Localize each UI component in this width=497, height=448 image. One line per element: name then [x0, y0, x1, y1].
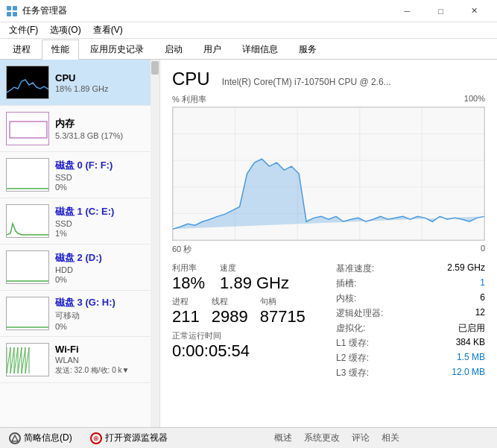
disk3-item-sub2: 0% — [55, 322, 153, 331]
disk3-item-sub1: 可移动 — [55, 310, 153, 321]
stat-virtualization-value: 已启用 — [458, 322, 485, 335]
sidebar-item-disk2[interactable]: 磁盘 2 (D:) HDD 0% — [0, 244, 159, 291]
stat-thread-label: 线程 — [212, 296, 248, 307]
stat-l2-row: L2 缓存: 1.5 MB — [336, 352, 485, 365]
stat-virtualization-row: 虚拟化: 已启用 — [336, 322, 485, 335]
chart-top-labels: % 利用率 100% — [172, 94, 485, 105]
stat-l3-row: L3 缓存: 12.0 MB — [336, 367, 485, 379]
tab-services[interactable]: 服务 — [289, 40, 326, 59]
wifi-item-sub1: WLAN — [55, 356, 153, 365]
main-content: CPU 18% 1.89 GHz 内存 5.3/31.8 GB (17%) — [0, 60, 497, 427]
tab-processes[interactable]: 进程 — [3, 40, 40, 59]
app-icon — [6, 5, 18, 17]
stat-process-value: 211 — [172, 307, 200, 326]
title-bar: 任务管理器 ─ □ ✕ — [0, 0, 497, 22]
bottom-tab-related[interactable]: 相关 — [382, 432, 399, 444]
stat-sockets-label: 插槽: — [336, 277, 356, 290]
stat-l1-label: L1 缓存: — [336, 337, 369, 350]
monitor-label: 打开资源监视器 — [105, 432, 168, 444]
wifi-item-sub2: 发送: 32.0 梅/收: 0 k▼ — [55, 365, 153, 376]
svg-rect-3 — [13, 12, 17, 16]
disk1-item-name: 磁盘 1 (C: E:) — [55, 205, 153, 218]
stat-base-speed-row: 基准速度: 2.59 GHz — [336, 262, 485, 275]
stat-speed-label: 速度 — [220, 262, 289, 274]
menu-file[interactable]: 文件(F) — [3, 22, 44, 38]
menu-view[interactable]: 查看(V) — [87, 22, 129, 38]
stat-uptime-label: 正常运行时间 — [172, 330, 324, 341]
sidebar-item-disk1[interactable]: 磁盘 1 (C: E:) SSD 1% — [0, 198, 159, 244]
sidebar-item-wifi[interactable]: Wi-Fi WLAN 发送: 32.0 梅/收: 0 k▼ — [0, 337, 159, 383]
tab-performance[interactable]: 性能 — [42, 40, 79, 60]
wifi-mini-chart — [6, 343, 49, 376]
sidebar-item-disk3[interactable]: 磁盘 3 (G: H:) 可移动 0% — [0, 291, 159, 337]
bottom-tab-overview[interactable]: 概述 — [274, 432, 292, 444]
stat-l3-label: L3 缓存: — [336, 367, 369, 379]
menu-bar: 文件(F) 选项(O) 查看(V) — [0, 22, 497, 39]
stat-cores-value: 6 — [480, 292, 485, 305]
stat-handle-label: 句柄 — [260, 296, 306, 307]
disk2-item-name: 磁盘 2 (D:) — [55, 251, 153, 265]
tab-startup[interactable]: 启动 — [155, 40, 192, 59]
sidebar-item-cpu[interactable]: CPU 18% 1.89 GHz — [0, 60, 159, 106]
disk3-mini-chart — [6, 297, 49, 330]
disk2-item-sub2: 0% — [55, 275, 153, 284]
disk1-item-sub2: 1% — [55, 229, 153, 238]
cpu-item-name: CPU — [55, 72, 153, 83]
panel-title: CPU — [172, 69, 210, 89]
stat-process: 进程 211 — [172, 296, 200, 326]
minimize-button[interactable]: ─ — [390, 0, 424, 22]
stat-cores-label: 内核: — [336, 292, 356, 305]
disk0-item-sub1: SSD — [55, 173, 153, 182]
maximize-button[interactable]: □ — [424, 0, 458, 22]
bottom-tab-review[interactable]: 评论 — [352, 432, 370, 444]
svg-marker-17 — [12, 435, 18, 441]
disk1-item-info: 磁盘 1 (C: E:) SSD 1% — [55, 205, 153, 238]
chart-time-left: 60 秒 — [172, 244, 191, 255]
disk3-item-name: 磁盘 3 (G: H:) — [55, 296, 153, 309]
close-button[interactable]: ✕ — [458, 0, 491, 22]
stat-handle: 句柄 87715 — [260, 296, 306, 326]
tab-app-history[interactable]: 应用历史记录 — [80, 40, 153, 59]
cpu-chart — [172, 107, 485, 241]
disk0-item-sub2: 0% — [55, 183, 153, 192]
cpu-item-info: CPU 18% 1.89 GHz — [55, 72, 153, 93]
stat-thread: 线程 2989 — [212, 296, 248, 326]
stat-uptime: 正常运行时间 0:00:05:54 — [172, 330, 324, 361]
disk2-item-info: 磁盘 2 (D:) HDD 0% — [55, 251, 153, 284]
wifi-item-name: Wi-Fi — [55, 344, 153, 355]
memory-item-name: 内存 — [55, 117, 153, 130]
tab-users[interactable]: 用户 — [194, 40, 231, 59]
panel-header: CPU Intel(R) Core(TM) i7-10750H CPU @ 2.… — [172, 69, 485, 89]
chart-label-left: % 利用率 — [172, 94, 206, 105]
disk1-item-sub1: SSD — [55, 219, 153, 228]
stat-l1-value: 384 KB — [456, 337, 485, 350]
disk1-mini-chart — [6, 204, 49, 238]
stats-left: 利用率 18% 速度 1.89 GHz 进程 211 线程 29 — [172, 262, 324, 382]
sidebar-item-memory[interactable]: 内存 5.3/31.8 GB (17%) — [0, 106, 159, 152]
tab-details[interactable]: 详细信息 — [232, 40, 288, 59]
stat-base-speed-label: 基准速度: — [336, 262, 374, 275]
bottom-tab-syschange[interactable]: 系统更改 — [304, 432, 340, 444]
disk0-item-info: 磁盘 0 (F: F:) SSD 0% — [55, 159, 153, 192]
stat-speed-value: 1.89 GHz — [220, 274, 289, 293]
stat-thread-value: 2989 — [212, 307, 248, 326]
brief-info-button[interactable]: 简略信息(D) — [6, 430, 75, 446]
stat-l2-label: L2 缓存: — [336, 352, 369, 365]
wifi-item-info: Wi-Fi WLAN 发送: 32.0 梅/收: 0 k▼ — [55, 344, 153, 376]
menu-options[interactable]: 选项(O) — [44, 22, 86, 38]
stat-utilization: 利用率 18% — [172, 262, 205, 293]
stat-virtualization-label: 虚拟化: — [336, 322, 365, 335]
right-panel: CPU Intel(R) Core(TM) i7-10750H CPU @ 2.… — [160, 60, 497, 427]
disk0-mini-chart — [6, 158, 49, 192]
cpu-item-sub: 18% 1.89 GHz — [55, 84, 153, 93]
sidebar: CPU 18% 1.89 GHz 内存 5.3/31.8 GB (17%) — [0, 60, 160, 427]
stat-sockets-value: 1 — [480, 277, 485, 290]
stat-uptime-value: 0:00:05:54 — [172, 341, 324, 361]
monitor-button[interactable]: ⊗ 打开资源监视器 — [87, 430, 171, 446]
stat-base-speed-value: 2.59 GHz — [447, 262, 485, 275]
bottom-tabs: 概述 系统更改 评论 相关 — [183, 432, 491, 444]
sidebar-item-disk0[interactable]: 磁盘 0 (F: F:) SSD 0% — [0, 152, 159, 198]
stat-logical-label: 逻辑处理器: — [336, 307, 383, 320]
sidebar-scrollbar[interactable] — [151, 60, 159, 427]
stat-sockets-row: 插槽: 1 — [336, 277, 485, 290]
